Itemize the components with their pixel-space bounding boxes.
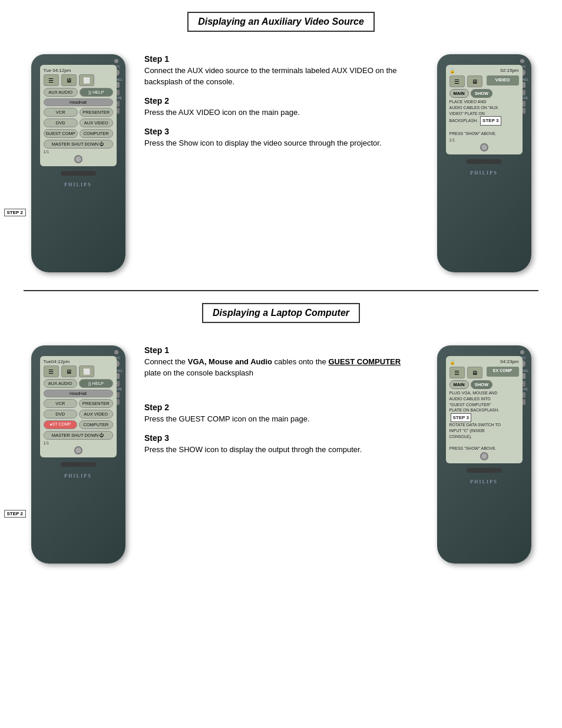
btn-aux-audio-3[interactable]: AUX AUDIO [44,379,78,388]
screen2-top: 🔒 02:15pm [449,68,519,74]
home-btn-3[interactable] [74,446,82,454]
home-btn-2[interactable] [480,143,488,151]
step3-badge: STEP 3 [480,116,501,125]
step2-badge-1: STEP 2 [4,209,26,216]
section1: Displaying an Auxiliary Video Source MUT… [24,12,538,272]
section2-device2: MUTE ✦ CHANNEL + VOLUME + − 🔒 04:23pm ☰ [429,345,538,564]
remote-body-1: MUTE ✦ CHANNEL + VOLUME + − Tue 04:12pm … [31,54,125,272]
step3-title: Step 3 [144,127,418,136]
main-btn-4[interactable]: MAIN [449,380,469,389]
s2-step2-block: Step 2 Press the GUEST COMP icon on the … [144,403,418,425]
top-dot-2 [520,59,524,63]
icon-list: ☰ [44,74,59,86]
remote4-bottom: PHILIPS [467,468,502,485]
screen2-instructions: PLACE VIDEO ANDAUDIO CABLES ON "AUXVIDEO… [449,99,519,137]
btn-dvd-3[interactable]: DVD [44,410,78,419]
main-btn[interactable]: MAIN [449,89,469,98]
icon-remote-3: ⬜ [79,365,94,377]
btn-master-shutdown[interactable]: MASTER SHUT DOWN ⏻ [44,140,113,149]
screen-2: 🔒 02:15pm ☰ 🖥 VIDEO MAIN SHOW PLACE VIDE… [446,65,523,154]
btn-headhall[interactable]: HeadHall [44,98,113,106]
remote-body-3: MUTE ✦ CHANNEL + VOLUME + − Tue04:12pm ☰… [31,345,125,564]
btn-presenter-3[interactable]: PRESENTER [79,399,113,408]
icon-list-2: ☰ [449,75,465,87]
screen1-circle [44,155,113,163]
show-btn-4[interactable]: SHOW [471,380,492,389]
btn-guest-comp-3[interactable]: ●ST COMP [44,420,78,429]
section1-content: MUTE ✦ CHANNEL + VOLUME + − Tue 04:12pm … [24,54,538,272]
btn-presenter[interactable]: PRESENTER [80,108,113,117]
screen-1: Tue 04:12pm ☰ 🖥 ⬜ AUX AUDIO )) HELP Head… [40,65,117,166]
section1-device2: MUTE ✦ CHANNEL + VOLUME + − 🔒 02:15pm ☰ [429,54,538,272]
screen1-buttons: AUX AUDIO )) HELP HeadHall VCR PRESENTER… [44,88,113,149]
step2-title: Step 2 [144,96,418,106]
section1-title: Displaying an Auxiliary Video Source [187,12,375,32]
step3-block: Step 3 Press the Show icon to display th… [144,127,418,149]
btn-computer[interactable]: COMPUTER [80,129,113,138]
section2-steps: Step 1 Connect the VGA, Mouse and Audio … [138,345,424,463]
section-divider [24,290,538,291]
step1-title: Step 1 [144,54,418,64]
screen3-time: Tue04:12pm [44,359,113,364]
speaker-2 [467,159,502,164]
s2-step2-title: Step 2 [144,403,418,412]
screen2-time: 02:15pm [500,68,518,73]
btn-master-shutdown-3[interactable]: MASTER SHUT DOWN ⏻ [44,431,113,440]
section2-header: Displaying a Laptop Computer [24,303,538,335]
section2-title: Displaying a Laptop Computer [202,303,360,323]
btn-guest-comp[interactable]: GUEST COMP [44,129,78,138]
screen2-page: 1/1 [449,138,519,142]
section1-header: Displaying an Auxiliary Video Source [24,12,538,44]
step1-block: Step 1 Connect the AUX video source to t… [144,54,418,88]
screen2-icons: ☰ 🖥 VIDEO [449,75,519,87]
icon-monitor-3: 🖥 [61,365,77,377]
btn-aux-audio[interactable]: AUX AUDIO [44,88,78,97]
home-btn[interactable] [74,155,82,163]
philips-logo-3: PHILIPS [64,473,92,479]
remote-body-2: MUTE ✦ CHANNEL + VOLUME + − 🔒 02:15pm ☰ [437,54,531,272]
btn-vcr-3[interactable]: VCR [44,399,78,408]
remote2-bottom: PHILIPS [467,159,502,176]
screen2-lock: 🔒 [449,68,455,74]
philips-logo-2: PHILIPS [470,170,498,176]
icon-monitor-4: 🖥 [467,367,482,378]
screen3-page: 1/1 [44,441,113,445]
screen4-lock: 🔒 [449,360,455,365]
s2-step1-mid: cables onto the [272,357,328,366]
btn-vcr[interactable]: VCR [44,108,78,117]
screen-4: 🔒 04:23pm ☰ 🖥 EX COMP MAIN SHOW PLUG VGA… [446,356,523,463]
btn-help[interactable]: )) HELP [80,88,113,97]
remote3-bottom: PHILIPS [61,462,96,479]
icon-remote: ⬜ [79,74,94,86]
screen3-buttons: AUX AUDIO )) HELP HeadHall VCR PRESENTER… [44,379,113,440]
btn-aux-video-3[interactable]: AUX VIDEO [79,410,113,419]
main-show-row-4: MAIN SHOW [449,380,519,389]
btn-dvd[interactable]: DVD [44,118,78,127]
screen3-circle [44,446,113,454]
home-btn-4[interactable] [480,452,488,460]
philips-logo-4: PHILIPS [470,479,498,485]
top-dot-4 [520,350,524,354]
screen4-circle [449,452,519,460]
remote1-bottom: PHILIPS [61,171,96,187]
s2-step1-text: Connect the VGA, Mouse and Audio cables … [144,357,418,379]
btn-headhall-3[interactable]: HeadHall [44,390,113,397]
top-dot-1 [114,59,118,63]
remote-body-4: MUTE ✦ CHANNEL + VOLUME + − 🔒 04:23pm ☰ [437,345,531,564]
screen1-icons: ☰ 🖥 ⬜ [44,74,113,86]
speaker-4 [467,468,502,473]
s2-step1-bold: VGA, Mouse and Audio [188,357,272,366]
step1-text: Connect the AUX video source to the term… [144,65,418,88]
s2-step2-text: Press the GUEST COMP icon on the main pa… [144,414,418,425]
speaker-3 [61,462,96,467]
show-btn[interactable]: SHOW [471,89,492,98]
btn-computer-3[interactable]: COMPUTER [79,420,113,429]
btn-help-3[interactable]: )) HELP [79,379,113,388]
btn-aux-video[interactable]: AUX VIDEO [80,118,113,127]
speaker-1 [61,171,96,176]
section2-content: MUTE ✦ CHANNEL + VOLUME + − Tue04:12pm ☰… [24,345,538,564]
s2-step3-text: Press the SHOW icon to display the outpu… [144,444,418,456]
s2-step1-suffix: plate on the console backsplash [144,368,253,377]
screen4-icons: ☰ 🖥 EX COMP [449,367,519,378]
s2-step1-title: Step 1 [144,345,418,355]
